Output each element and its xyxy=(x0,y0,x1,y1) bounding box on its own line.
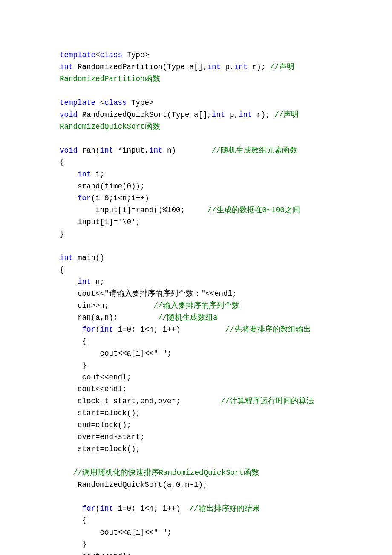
code-token: int xyxy=(208,63,221,71)
code-token: ran( xyxy=(78,146,100,155)
code-token: //输出排序好的结果 xyxy=(190,504,260,513)
code-token: //先将要排序的数组输出 xyxy=(225,325,311,334)
code-token: void xyxy=(60,146,78,155)
code-token: cout<<a[i]<< xyxy=(60,349,154,358)
code-token: start=clock(); xyxy=(60,445,140,453)
code-token: RandomizedPartition(Type a[], xyxy=(73,63,208,71)
code-token: int xyxy=(234,63,248,71)
code-token: RandomizedQuickSort(a,0,n-1); xyxy=(60,480,208,489)
code-token xyxy=(60,278,78,286)
code-token: RandomizedQuickSort函数 xyxy=(60,122,160,131)
code-token: end=clock(); xyxy=(60,421,131,429)
code-token: input[i]=rand()%100; xyxy=(60,206,208,214)
code-token: //输入要排序的序列个数 xyxy=(154,301,239,310)
code-token: cin>>n; xyxy=(60,301,154,310)
code-token: int xyxy=(100,504,114,513)
code-token xyxy=(60,194,78,202)
code-token: //调用随机化的快速排序RandomizedQuickSort函数 xyxy=(73,468,259,477)
code-token: cout<<a[i]<< xyxy=(60,528,154,537)
code-token: for xyxy=(78,194,91,202)
code-token: int xyxy=(149,146,163,155)
code-token: n; xyxy=(91,278,105,286)
code-token: ; xyxy=(167,528,172,537)
code-token: { xyxy=(60,337,86,346)
code-token: int xyxy=(100,146,114,155)
code-document: template<class Type> int RandomizedParti… xyxy=(0,0,392,555)
code-token: int xyxy=(60,63,73,71)
code-token: for xyxy=(82,504,96,513)
code-token: { xyxy=(60,266,64,274)
code-token: //随机生成数组元素函数 xyxy=(212,146,297,155)
code-token: int xyxy=(60,254,73,262)
code-token: r); xyxy=(248,63,270,71)
code-token: //声明 xyxy=(270,63,294,71)
code-token: RandomizedQuickSort(Type a[], xyxy=(78,110,212,119)
code-token: class xyxy=(100,51,123,59)
code-token: input[i]='\0'; xyxy=(60,218,140,226)
code-token: ( xyxy=(95,504,100,513)
code-token: //生成的数据在0~100之间 xyxy=(208,206,300,214)
code-token: <<endl; xyxy=(205,289,237,298)
code-token: //随机生成数组a xyxy=(158,313,218,322)
code-token: cout<< xyxy=(60,289,104,298)
code-token: { xyxy=(60,158,64,167)
code-token: int xyxy=(239,110,252,119)
code-token: cout<<endl; xyxy=(60,373,131,382)
code-token: } xyxy=(60,540,86,549)
code-token: r); xyxy=(252,110,275,119)
code-token xyxy=(60,325,82,334)
code-token: ran(a,n); xyxy=(60,313,158,322)
code-token: template xyxy=(60,98,95,107)
code-token: < xyxy=(95,51,100,59)
code-token: p, xyxy=(225,110,239,119)
code-token: p, xyxy=(221,63,234,71)
code-token: int xyxy=(100,325,114,334)
code-token: template xyxy=(60,51,95,59)
code-token: RandomizedPartition函数 xyxy=(60,75,160,83)
code-token xyxy=(60,468,73,477)
code-token: int xyxy=(212,110,225,119)
code-token: //计算程序运行时间的算法 xyxy=(221,397,314,405)
code-token xyxy=(60,170,78,179)
code-token: ( xyxy=(95,325,100,334)
code-token: //声明 xyxy=(274,110,299,119)
code-token: < xyxy=(95,98,104,107)
code-token: cout<<endl; xyxy=(60,552,131,555)
code-token: i=0; i<n; i++) xyxy=(113,504,190,513)
code-token: } xyxy=(60,230,64,238)
code-token: srand(time(0)); xyxy=(60,182,145,191)
code-token: i; xyxy=(91,170,105,179)
code-token: } xyxy=(60,361,86,370)
code-token: " " xyxy=(154,349,167,358)
code-token: { xyxy=(60,516,86,525)
code-token: cout<<endl; xyxy=(60,385,127,393)
code-token: over=end-start; xyxy=(60,433,145,441)
code-token: start=clock(); xyxy=(60,409,140,417)
code-token: *input, xyxy=(113,146,149,155)
code-token: int xyxy=(78,278,91,286)
code-token: ; xyxy=(167,349,172,358)
code-token: class xyxy=(104,98,127,107)
code-token: i=0; i<n; i++) xyxy=(113,325,225,334)
code-token: void xyxy=(60,110,78,119)
code-token: " " xyxy=(154,528,167,537)
code-token xyxy=(60,504,82,513)
code-token: Type> xyxy=(127,98,154,107)
code-token: "请输入要排序的序列个数：" xyxy=(104,289,205,298)
code-token: (i=0;i<n;i++) xyxy=(91,194,150,202)
code-token: Type> xyxy=(122,51,149,59)
code-token: int xyxy=(78,170,91,179)
code-token: n) xyxy=(163,146,212,155)
code-token: clock_t start,end,over; xyxy=(60,397,221,405)
code-token: main() xyxy=(73,254,105,262)
code-token: for xyxy=(82,325,96,334)
